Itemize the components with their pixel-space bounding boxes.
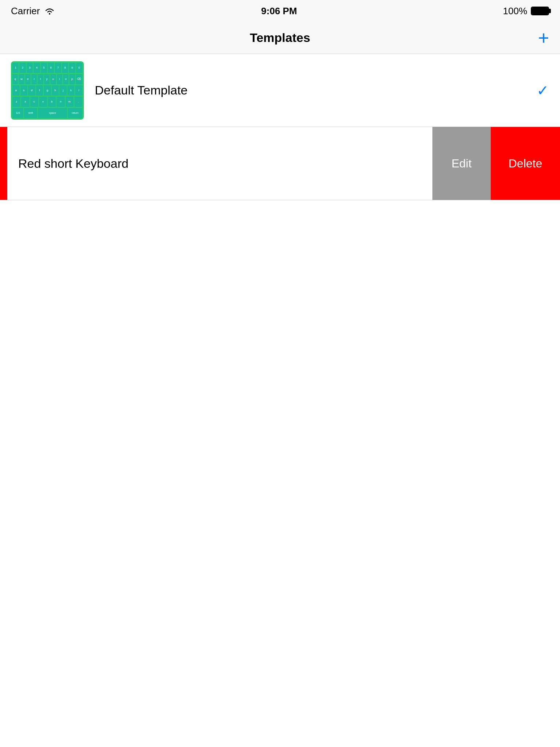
kb-shift-key: shift — [24, 108, 37, 118]
kb-key: p — [69, 74, 75, 84]
template-list: 1 2 3 4 5 6 7 8 9 0 q w e r t y u i — [0, 54, 560, 200]
svg-point-0 — [49, 13, 50, 15]
battery-icon — [531, 7, 549, 15]
kb-key: r — [31, 74, 37, 84]
kb-key: v — [39, 97, 47, 107]
kb-return-key: return — [68, 108, 82, 118]
kb-key: w — [19, 74, 24, 84]
kb-key: t — [38, 74, 43, 84]
edit-button[interactable]: Edit — [432, 127, 491, 200]
kb-key: c — [30, 97, 38, 107]
kb-key: m — [66, 97, 74, 107]
battery-percent: 100% — [503, 5, 528, 17]
add-template-button[interactable]: + — [538, 28, 549, 47]
wifi-icon — [44, 7, 55, 15]
kb-zxcv-row: z x c v b n m . — [12, 97, 82, 107]
selected-checkmark: ✓ — [537, 82, 549, 99]
list-item[interactable]: 1 2 3 4 5 6 7 8 9 0 q w e r t y u i — [0, 54, 560, 127]
kb-key: z — [12, 97, 20, 107]
kb-key: q — [12, 74, 18, 84]
kb-bottom-row: 123 shift space return — [12, 108, 82, 118]
list-item[interactable]: Red short Keyboard Edit Delete — [0, 127, 560, 200]
kb-key: 5 — [41, 63, 47, 73]
swipe-actions: Edit Delete — [432, 127, 560, 200]
kb-key: l — [75, 85, 82, 96]
kb-key: 8 — [62, 63, 68, 73]
red-color-indicator — [0, 127, 7, 200]
kb-key: 0 — [76, 63, 82, 73]
battery-fill — [532, 8, 548, 14]
nav-bar: Templates + — [0, 22, 560, 54]
template-name-label: Default Template — [95, 83, 537, 97]
kb-qwerty-row: q w e r t y u i o p ⌫ — [12, 74, 82, 84]
kb-key: e — [25, 74, 31, 84]
kb-key: 2 — [19, 63, 26, 73]
kb-key: a — [12, 85, 20, 96]
kb-key: u — [50, 74, 56, 84]
kb-space-key: space — [38, 108, 67, 118]
kb-key: f — [36, 85, 43, 96]
kb-key: h — [52, 85, 59, 96]
kb-key: d — [28, 85, 35, 96]
kb-asdf-row: a s d f g h j k l — [12, 85, 82, 96]
kb-key: 1 — [12, 63, 19, 73]
status-time: 9:06 PM — [261, 5, 297, 17]
keyboard-thumbnail: 1 2 3 4 5 6 7 8 9 0 q w e r t y u i — [11, 61, 84, 120]
kb-key: i — [57, 74, 62, 84]
status-right: 100% — [503, 5, 549, 17]
kb-key: 4 — [34, 63, 40, 73]
template-name-label: Red short Keyboard — [7, 156, 432, 171]
kb-key: 9 — [69, 63, 75, 73]
swipe-row-container: Red short Keyboard Edit Delete — [0, 127, 560, 200]
kb-key: x — [21, 97, 29, 107]
kb-key: g — [44, 85, 51, 96]
kb-key: s — [20, 85, 28, 96]
carrier-label: Carrier — [11, 5, 40, 17]
delete-button[interactable]: Delete — [491, 127, 560, 200]
kb-key: 3 — [27, 63, 33, 73]
row-separator — [0, 200, 560, 200]
kb-key: 7 — [55, 63, 61, 73]
kb-key: n — [57, 97, 65, 107]
kb-number-row: 1 2 3 4 5 6 7 8 9 0 — [12, 63, 82, 73]
kb-backspace-key: ⌫ — [76, 74, 82, 84]
kb-key: 6 — [48, 63, 54, 73]
kb-key: j — [59, 85, 67, 96]
kb-key: . — [74, 97, 82, 107]
kb-key: b — [48, 97, 56, 107]
kb-key: o — [63, 74, 69, 84]
kb-key: y — [44, 74, 50, 84]
status-bar: Carrier 9:06 PM 100% — [0, 0, 560, 22]
kb-key: k — [67, 85, 75, 96]
page-title: Templates — [250, 31, 310, 45]
kb-123-key: 123 — [12, 108, 23, 118]
status-left: Carrier — [11, 5, 55, 17]
